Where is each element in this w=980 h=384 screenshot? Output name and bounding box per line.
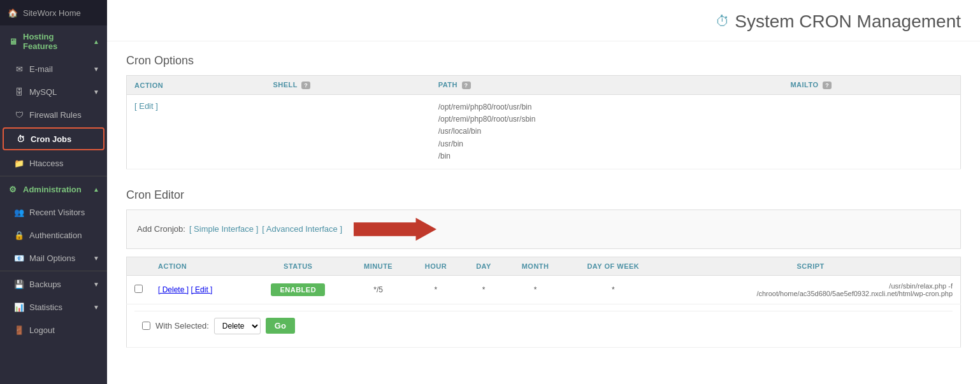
sidebar-divider: [0, 176, 107, 176]
col-checkbox: [127, 257, 151, 275]
sidebar-item-mysql[interactable]: 🗄 MySQL ▼: [0, 80, 107, 103]
col-shell: SHELL ?: [265, 76, 430, 95]
col-action-jobs: ACTION: [150, 257, 249, 275]
cron-job-row: [ Delete ] [ Edit ] ENABLED */5 * * * * …: [127, 275, 961, 304]
sidebar-item-hosting-features[interactable]: 🖥 Hosting Features ▲: [0, 25, 107, 57]
path-help-icon[interactable]: ?: [462, 82, 471, 89]
sidebar-item-siteworx-home[interactable]: 🏠 SiteWorx Home: [0, 0, 107, 25]
col-day-of-week: DAY OF WEEK: [565, 257, 661, 275]
mail-icon: 📧: [14, 253, 24, 263]
with-selected-select[interactable]: Delete: [214, 318, 261, 334]
stats-icon: 📊: [14, 302, 24, 312]
sidebar-item-statistics[interactable]: 📊 Statistics ▼: [0, 295, 107, 318]
backups-icon: 💾: [14, 279, 24, 289]
htaccess-icon: 📁: [14, 158, 24, 168]
chevron-down-icon: ▼: [93, 255, 99, 262]
email-icon: ✉: [14, 64, 24, 74]
path-line: /opt/remi/php80/root/usr/sbin: [438, 113, 775, 125]
mailto-help-icon[interactable]: ?: [823, 82, 832, 89]
sidebar-item-mail-options[interactable]: 📧 Mail Options ▼: [0, 246, 107, 269]
sidebar-item-authentication[interactable]: 🔒 Authentication: [0, 224, 107, 246]
chevron-down-icon: ▼: [93, 66, 99, 73]
sidebar: 🏠 SiteWorx Home 🖥 Hosting Features ▲ ✉ E…: [0, 0, 107, 384]
delete-link[interactable]: [ Delete ]: [158, 285, 189, 294]
col-script: SCRIPT: [661, 257, 960, 275]
simple-interface-link[interactable]: [ Simple Interface ]: [189, 224, 258, 234]
path-line: /bin: [438, 150, 775, 162]
col-day: DAY: [462, 257, 505, 275]
chevron-down-icon: ▼: [93, 281, 99, 288]
path-cell: /opt/remi/php80/root/usr/bin/opt/remi/ph…: [431, 95, 783, 169]
row-status-cell: ENABLED: [249, 275, 347, 304]
row-minute-cell: */5: [347, 275, 410, 304]
table-row: [ Edit ] /opt/remi/php80/root/usr/bin/op…: [127, 95, 961, 169]
cron-title-icon: ⏱: [716, 13, 730, 30]
col-hour: HOUR: [410, 257, 463, 275]
sidebar-item-cron-jobs[interactable]: ⏱ Cron Jobs: [3, 127, 104, 150]
col-status: STATUS: [249, 257, 347, 275]
edit-action-cell: [ Edit ]: [127, 95, 266, 169]
shell-cell: [265, 95, 430, 169]
hosting-features-icon: 🖥: [8, 36, 18, 46]
add-cronjob-bar: Add Cronjob: [ Simple Interface ] [ Adva…: [126, 210, 961, 249]
sidebar-item-email[interactable]: ✉ E-mail ▼: [0, 57, 107, 80]
with-selected-container: With Selected: Delete Go: [134, 311, 953, 341]
mailto-cell: [782, 95, 960, 169]
sidebar-item-firewall-rules[interactable]: 🛡 Firewall Rules: [0, 103, 107, 126]
chevron-up-icon: ▲: [93, 186, 99, 193]
job-edit-link[interactable]: [ Edit ]: [191, 285, 212, 294]
sidebar-item-administration[interactable]: ⚙ Administration ▲: [0, 178, 107, 201]
home-icon: 🏠: [8, 8, 18, 18]
with-selected-checkbox[interactable]: [142, 322, 150, 330]
add-cronjob-label: Add Cronjob:: [137, 224, 185, 234]
admin-icon: ⚙: [8, 184, 18, 194]
auth-icon: 🔒: [14, 230, 24, 240]
page-title: System CRON Management: [735, 11, 961, 32]
edit-link[interactable]: [ Edit ]: [134, 101, 158, 111]
with-selected-label: With Selected:: [155, 321, 209, 331]
sidebar-item-logout[interactable]: 🚪 Logout: [0, 318, 107, 341]
cron-editor-section: Cron Editor Add Cronjob: [ Simple Interf…: [126, 188, 961, 348]
row-day-cell: *: [462, 275, 505, 304]
mysql-icon: 🗄: [14, 87, 24, 97]
row-action-cell: [ Delete ] [ Edit ]: [150, 275, 249, 304]
cron-icon: ⏱: [15, 134, 25, 144]
row-hour-cell: *: [410, 275, 463, 304]
advanced-interface-link[interactable]: [ Advanced Interface ]: [262, 224, 342, 234]
row-dayofweek-cell: *: [565, 275, 661, 304]
cron-options-table: ACTION SHELL ? PATH ? MAILTO ?: [126, 75, 961, 169]
cron-options-title: Cron Options: [126, 54, 961, 68]
path-line: /usr/local/bin: [438, 125, 775, 138]
status-badge: ENABLED: [271, 283, 325, 296]
col-mailto: MAILTO ?: [782, 76, 960, 95]
chevron-down-icon: ▼: [93, 89, 99, 96]
logout-icon: 🚪: [14, 325, 24, 335]
row-checkbox[interactable]: [134, 285, 143, 293]
sidebar-item-htaccess[interactable]: 📁 Htaccess: [0, 152, 107, 174]
col-action: ACTION: [127, 76, 266, 95]
row-script-cell: /usr/sbin/relax.php -f/chroot/home/ac35d…: [661, 275, 960, 304]
cron-jobs-table: ACTION STATUS MINUTE HOUR DAY: [126, 257, 961, 348]
with-selected-cell: With Selected: Delete Go: [127, 304, 961, 347]
chevron-up-icon: ▲: [93, 38, 99, 45]
cron-editor-title: Cron Editor: [126, 188, 961, 202]
path-line: /opt/remi/php80/root/usr/bin: [438, 101, 775, 113]
row-checkbox-cell: [127, 275, 151, 304]
path-list: /opt/remi/php80/root/usr/bin/opt/remi/ph…: [438, 101, 775, 162]
sidebar-item-backups[interactable]: 💾 Backups ▼: [0, 273, 107, 295]
col-month: MONTH: [505, 257, 566, 275]
with-selected-row: With Selected: Delete Go: [127, 304, 961, 347]
main-content: ⏱ System CRON Management Cron Options AC…: [107, 0, 980, 384]
visitors-icon: 👥: [14, 207, 24, 217]
page-title-bar: ⏱ System CRON Management: [107, 0, 980, 41]
arrow-indicator: [354, 218, 436, 241]
content-area: Cron Options ACTION SHELL ? PATH ?: [107, 41, 980, 360]
sidebar-item-recent-visitors[interactable]: 👥 Recent Visitors: [0, 201, 107, 224]
go-button[interactable]: Go: [266, 318, 295, 334]
row-month-cell: *: [505, 275, 566, 304]
col-path: PATH ?: [431, 76, 783, 95]
col-minute: MINUTE: [347, 257, 410, 275]
path-line: /usr/bin: [438, 138, 775, 150]
shell-help-icon[interactable]: ?: [301, 82, 310, 89]
sidebar-divider2: [0, 271, 107, 271]
